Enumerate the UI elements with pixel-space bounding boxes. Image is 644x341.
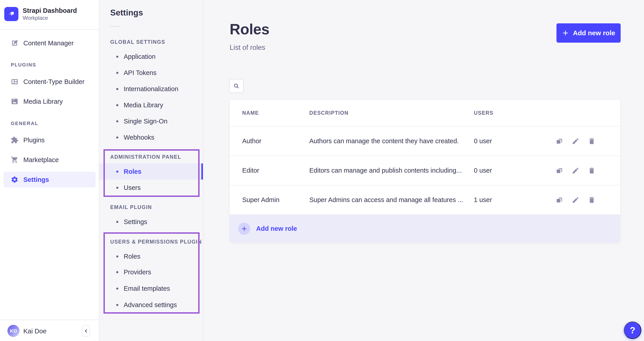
sidebar-item-marketplace[interactable]: Marketplace <box>4 152 96 168</box>
puzzle-icon <box>11 136 18 144</box>
subnav-item-label: Email templates <box>124 285 170 292</box>
delete-button[interactable] <box>588 138 596 145</box>
divider <box>110 26 120 27</box>
subnav-item-roles-up[interactable]: Roles <box>99 248 203 264</box>
bullet-icon <box>116 72 118 74</box>
add-new-role-button[interactable]: Add new role <box>556 23 621 43</box>
chevron-left-icon <box>83 328 89 334</box>
row-actions <box>556 186 596 214</box>
duplicate-button[interactable] <box>556 196 563 204</box>
collapse-sidebar-button[interactable] <box>82 325 90 337</box>
plus-circle-icon <box>238 223 250 235</box>
subnav-item-api-tokens[interactable]: API Tokens <box>99 65 203 81</box>
subnav-item-label: Internationalization <box>124 85 178 93</box>
add-new-role-label: Add new role <box>573 29 615 37</box>
subnav-item-email-templates[interactable]: Email templates <box>99 280 203 296</box>
subnav-section-email-plugin: EMAIL PLUGIN <box>110 204 152 210</box>
subnav-item-label: Single Sign-On <box>124 118 168 125</box>
subnav-heading: Settings <box>110 8 143 18</box>
subnav-item-label: API Tokens <box>124 69 156 76</box>
role-name: Author <box>242 126 261 156</box>
subnav-item-advanced-settings[interactable]: Advanced settings <box>99 297 203 313</box>
bullet-icon <box>116 271 118 273</box>
sidebar-item-content-manager[interactable]: Content Manager <box>4 35 96 51</box>
bullet-icon <box>116 104 118 106</box>
subnav-item-label: Media Library <box>124 102 163 109</box>
subnav-item-label: Settings <box>124 218 147 226</box>
sidebar-item-label: Settings <box>23 176 49 184</box>
subnav-item-label: Roles <box>124 253 140 260</box>
row-actions <box>556 156 596 185</box>
duplicate-button[interactable] <box>556 138 563 145</box>
role-name: Editor <box>242 156 259 185</box>
settings-subnav: Settings GLOBAL SETTINGS Application API… <box>99 0 203 341</box>
subnav-item-email-settings[interactable]: Settings <box>99 214 203 230</box>
brand: Strapi Dashboard Workplace <box>4 6 77 21</box>
role-users: 0 user <box>474 156 492 185</box>
role-name: Super Admin <box>242 186 280 214</box>
cart-icon <box>11 156 18 164</box>
help-button[interactable]: ? <box>624 322 641 339</box>
user-name: Kai Doe <box>23 328 46 335</box>
subnav-item-label: Roles <box>124 168 142 175</box>
gear-icon <box>11 176 18 184</box>
role-description: Authors can manage the content they have… <box>309 126 459 156</box>
sidebar-section-general: GENERAL <box>11 120 38 126</box>
subnav-item-internationalization[interactable]: Internationalization <box>99 81 203 97</box>
subnav-item-providers[interactable]: Providers <box>99 264 203 280</box>
table-footer-add-new-role[interactable]: Add new role <box>230 214 620 242</box>
bullet-icon <box>116 187 118 189</box>
sidebar-section-plugins: PLUGINS <box>11 62 36 68</box>
sidebar-item-content-type-builder[interactable]: Content-Type Builder <box>4 74 96 90</box>
main-sidebar: Strapi Dashboard Workplace Content Manag… <box>0 0 99 341</box>
bullet-icon <box>116 56 118 58</box>
column-header-description: DESCRIPTION <box>309 100 348 126</box>
subnav-item-application[interactable]: Application <box>99 48 203 65</box>
subnav-item-users-admin[interactable]: Users <box>99 180 203 196</box>
bullet-icon <box>116 221 118 223</box>
main-content: Roles List of roles Add new role NAME DE… <box>204 0 644 341</box>
subnav-item-single-sign-on[interactable]: Single Sign-On <box>99 113 203 129</box>
subnav-item-label: Providers <box>124 268 151 276</box>
page-subtitle: List of roles <box>230 44 265 52</box>
table-row[interactable]: Author Authors can manage the content th… <box>230 126 620 156</box>
role-description: Super Admins can access and manage all f… <box>309 186 463 214</box>
bullet-icon <box>116 136 118 138</box>
column-header-name: NAME <box>242 100 259 126</box>
delete-button[interactable] <box>588 167 596 174</box>
app-subtitle: Workplace <box>23 14 77 21</box>
table-row[interactable]: Super Admin Super Admins can access and … <box>230 185 620 214</box>
subnav-item-webhooks[interactable]: Webhooks <box>99 129 203 146</box>
sidebar-item-settings[interactable]: Settings <box>4 172 96 188</box>
table-row[interactable]: Editor Editors can manage and publish co… <box>230 156 620 185</box>
divider <box>0 30 99 30</box>
sidebar-item-media-library[interactable]: Media Library <box>4 94 96 109</box>
strapi-logo-icon <box>4 7 18 21</box>
content-manager-icon <box>11 39 18 47</box>
search-button[interactable] <box>229 79 244 93</box>
sidebar-item-label: Content Manager <box>23 40 74 47</box>
question-mark-icon: ? <box>630 325 635 336</box>
sidebar-item-plugins[interactable]: Plugins <box>4 132 96 148</box>
subnav-item-label: Advanced settings <box>124 301 177 309</box>
duplicate-button[interactable] <box>556 167 563 174</box>
footer-add-label: Add new role <box>256 225 297 232</box>
edit-button[interactable] <box>572 138 579 145</box>
delete-button[interactable] <box>588 196 596 204</box>
bullet-icon <box>116 304 118 306</box>
column-header-users: USERS <box>474 100 494 126</box>
bullet-icon <box>116 288 118 290</box>
role-users: 1 user <box>474 186 492 214</box>
subnav-item-label: Application <box>124 53 156 60</box>
edit-button[interactable] <box>572 196 579 204</box>
divider <box>0 320 99 320</box>
subnav-item-roles-admin[interactable]: Roles <box>99 164 203 180</box>
bullet-icon <box>116 88 118 90</box>
bullet-icon <box>116 120 118 122</box>
subnav-item-media-library[interactable]: Media Library <box>99 97 203 113</box>
edit-button[interactable] <box>572 167 579 174</box>
content-type-builder-icon <box>11 78 18 86</box>
subnav-item-label: Users <box>124 184 141 192</box>
avatar[interactable]: KD <box>8 325 20 337</box>
bullet-icon <box>116 170 118 173</box>
